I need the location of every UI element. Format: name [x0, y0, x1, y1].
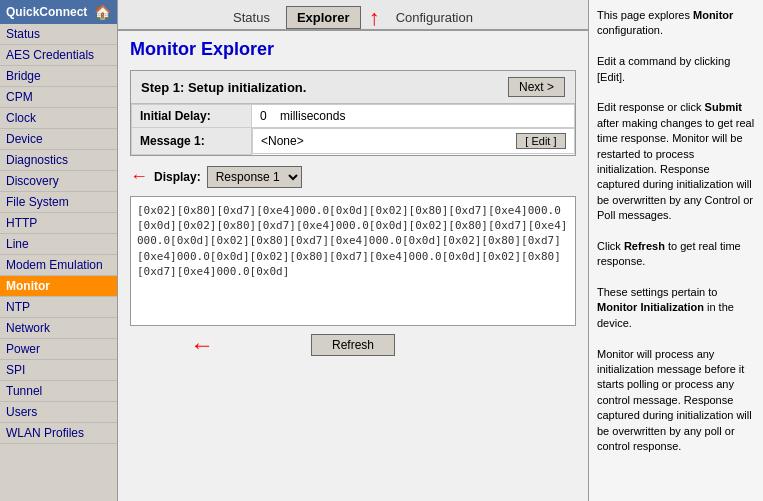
sidebar-item-diagnostics[interactable]: Diagnostics: [0, 150, 117, 171]
sidebar-item-discovery[interactable]: Discovery: [0, 171, 117, 192]
step-box: Step 1: Setup initialization. Next > Ini…: [130, 70, 576, 156]
page-title: Monitor Explorer: [130, 39, 576, 60]
sidebar-item-spi[interactable]: SPI: [0, 360, 117, 381]
sidebar-item-device[interactable]: Device: [0, 129, 117, 150]
sidebar-item-power[interactable]: Power: [0, 339, 117, 360]
sidebar-item-status[interactable]: Status: [0, 24, 117, 45]
tab-bar: Status Explorer ↑ Configuration: [118, 0, 588, 31]
message1-row: Message 1: <None> [ Edit ]: [132, 128, 575, 155]
sidebar-title: QuickConnect: [6, 5, 87, 19]
sidebar-item-bridge[interactable]: Bridge: [0, 66, 117, 87]
message1-value-cell: <None> [ Edit ]: [252, 128, 575, 154]
sidebar-header[interactable]: QuickConnect 🏠: [0, 0, 117, 24]
help-panel: This page explores Monitor configuration…: [588, 0, 763, 501]
initial-delay-value-cell: 0 milliseconds: [252, 105, 575, 128]
step-header: Step 1: Setup initialization. Next >: [131, 71, 575, 104]
sidebar-item-file-system[interactable]: File System: [0, 192, 117, 213]
message1-value: <None>: [261, 134, 304, 148]
content-area: Monitor Explorer Step 1: Setup initializ…: [118, 31, 588, 501]
display-label: Display:: [154, 170, 201, 184]
display-row: ← Display: Response 1: [130, 166, 576, 188]
display-left-arrow-icon: ←: [130, 166, 148, 187]
refresh-left-arrow-icon: ←: [190, 331, 214, 359]
tab-explorer-button[interactable]: Explorer: [286, 6, 361, 29]
sidebar-item-tunnel[interactable]: Tunnel: [0, 381, 117, 402]
tab-status-label: Status: [225, 6, 278, 29]
initial-delay-row: Initial Delay: 0 milliseconds: [132, 105, 575, 128]
initial-delay-unit: milliseconds: [280, 109, 345, 123]
step-title: Step 1: Setup initialization.: [141, 80, 306, 95]
sidebar-item-users[interactable]: Users: [0, 402, 117, 423]
sidebar-items-container: StatusAES CredentialsBridgeCPMClockDevic…: [0, 24, 117, 444]
sidebar-item-network[interactable]: Network: [0, 318, 117, 339]
initial-delay-value: 0: [260, 109, 267, 123]
tab-configuration-label: Configuration: [388, 6, 481, 29]
refresh-button[interactable]: Refresh: [311, 334, 395, 356]
sidebar-item-clock[interactable]: Clock: [0, 108, 117, 129]
edit-button[interactable]: [ Edit ]: [516, 133, 565, 149]
next-button[interactable]: Next >: [508, 77, 565, 97]
tab-arrow-icon: ↑: [369, 7, 380, 29]
response-area[interactable]: [0x02][0x80][0xd7][0xe4]000.0[0x0d][0x02…: [130, 196, 576, 326]
message1-label: Message 1:: [132, 128, 252, 155]
main-content: Status Explorer ↑ Configuration Monitor …: [118, 0, 588, 501]
sidebar-item-aes-credentials[interactable]: AES Credentials: [0, 45, 117, 66]
sidebar-item-http[interactable]: HTTP: [0, 213, 117, 234]
sidebar-item-ntp[interactable]: NTP: [0, 297, 117, 318]
refresh-row: ← Refresh: [130, 334, 576, 356]
form-table: Initial Delay: 0 milliseconds Message 1:…: [131, 104, 575, 155]
sidebar-item-line[interactable]: Line: [0, 234, 117, 255]
sidebar-item-wlan-profiles[interactable]: WLAN Profiles: [0, 423, 117, 444]
display-select[interactable]: Response 1: [207, 166, 302, 188]
sidebar-item-monitor[interactable]: Monitor: [0, 276, 117, 297]
sidebar-item-cpm[interactable]: CPM: [0, 87, 117, 108]
home-icon: 🏠: [94, 4, 111, 20]
sidebar-item-modem-emulation[interactable]: Modem Emulation: [0, 255, 117, 276]
initial-delay-label: Initial Delay:: [132, 105, 252, 128]
sidebar: QuickConnect 🏠 StatusAES CredentialsBrid…: [0, 0, 118, 501]
